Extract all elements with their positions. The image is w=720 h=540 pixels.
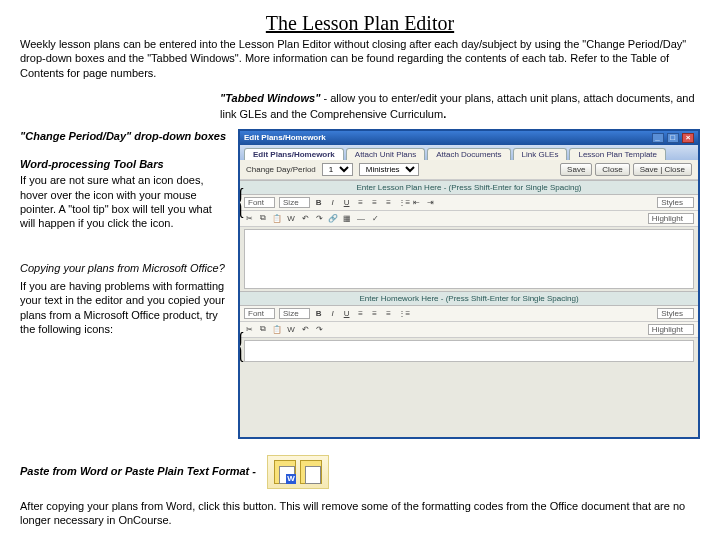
paste-icons-box (267, 455, 329, 489)
window-title: Edit Plans/Homework (244, 133, 326, 142)
wp-toolbars-text: If you are not sure what an icon does, h… (20, 173, 230, 230)
bold-icon-2[interactable]: B (314, 309, 324, 318)
maximize-button[interactable]: □ (667, 133, 679, 143)
highlight-select-2[interactable]: Highlight (648, 324, 694, 335)
redo-icon[interactable]: ↷ (314, 214, 324, 223)
paste-after-text: After copying your plans from Word, clic… (20, 499, 700, 528)
indent-icon[interactable]: ⇥ (426, 198, 436, 207)
font-select[interactable]: Font (244, 197, 275, 208)
copying-question: Copying your plans from Microsoft Office… (20, 261, 230, 275)
paste-icon-2[interactable]: 📋 (272, 325, 282, 334)
period-select[interactable]: Ministries (359, 163, 419, 176)
change-period-label: "Change Period/Day" drop-down boxes (20, 129, 230, 143)
lesson-plan-panel-title: Enter Lesson Plan Here - (Press Shift-En… (240, 180, 698, 195)
tabbed-windows-note: "Tabbed Windows" - allow you to enter/ed… (220, 90, 700, 123)
size-select-2[interactable]: Size (279, 308, 310, 319)
page-title: The Lesson Plan Editor (20, 12, 700, 35)
close-button[interactable]: × (682, 133, 694, 143)
styles-select[interactable]: Styles (657, 197, 694, 208)
align-center-icon[interactable]: ≡ (370, 198, 380, 207)
paste-icon[interactable]: 📋 (272, 214, 282, 223)
tab-documents[interactable]: Attach Documents (427, 148, 510, 160)
styles-select-2[interactable]: Styles (657, 308, 694, 319)
italic-icon[interactable]: I (328, 198, 338, 207)
link-icon[interactable]: 🔗 (328, 214, 338, 223)
align-left-icon-2[interactable]: ≡ (356, 309, 366, 318)
tab-unit-plans[interactable]: Attach Unit Plans (346, 148, 425, 160)
tab-edit-plans[interactable]: Edit Plans/Homework (244, 148, 344, 160)
tab-gles[interactable]: Link GLEs (513, 148, 568, 160)
underline-icon[interactable]: U (342, 198, 352, 207)
highlight-select[interactable]: Highlight (648, 213, 694, 224)
align-right-icon-2[interactable]: ≡ (384, 309, 394, 318)
close-btn[interactable]: Close (595, 163, 629, 176)
paste-plain-text-icon[interactable] (300, 460, 322, 484)
table-icon[interactable]: ▦ (342, 214, 352, 223)
tabs-row: Edit Plans/Homework Attach Unit Plans At… (240, 145, 698, 160)
redo-icon-2[interactable]: ↷ (314, 325, 324, 334)
outdent-icon[interactable]: ⇤ (412, 198, 422, 207)
font-select-2[interactable]: Font (244, 308, 275, 319)
paste-from-word-icon[interactable] (274, 460, 296, 484)
align-left-icon[interactable]: ≡ (356, 198, 366, 207)
toolbar-2-row1: Font Size B I U ≡ ≡ ≡ ⋮≡ Styles (240, 306, 698, 322)
hr-icon[interactable]: — (356, 214, 366, 223)
list-icon-2[interactable]: ⋮≡ (398, 309, 408, 318)
save-button[interactable]: Save (560, 163, 592, 176)
brace-icon-2: { (238, 331, 245, 359)
bold-icon[interactable]: B (314, 198, 324, 207)
save-close-button[interactable]: Save | Close (633, 163, 692, 176)
brace-icon: { (238, 187, 245, 215)
control-bar: Change Day/Period 1 Ministries Save Clos… (240, 160, 698, 180)
undo-icon-2[interactable]: ↶ (300, 325, 310, 334)
toolbar-2-row2: ✂ ⧉ 📋 W ↶ ↷ Highlight (240, 322, 698, 338)
homework-panel-title: Enter Homework Here - (Press Shift-Enter… (240, 291, 698, 306)
tab-template[interactable]: Lesson Plan Template (569, 148, 666, 160)
annotations-column: "Change Period/Day" drop-down boxes Word… (20, 129, 230, 439)
copy-icon[interactable]: ⧉ (258, 213, 268, 223)
paste-label: Paste from Word or Paste Plain Text Form… (20, 465, 256, 477)
day-select[interactable]: 1 (322, 163, 353, 176)
copy-icon-2[interactable]: ⧉ (258, 324, 268, 334)
tabbed-label: "Tabbed Windows" (220, 92, 320, 104)
spell-icon[interactable]: ✓ (370, 214, 380, 223)
change-day-period-label: Change Day/Period (246, 165, 316, 174)
lesson-plan-editor[interactable] (244, 229, 694, 289)
paste-word-icon[interactable]: W (286, 214, 296, 223)
minimize-button[interactable]: _ (652, 133, 664, 143)
copying-text: If you are having problems with formatti… (20, 279, 230, 336)
toolbar-1-row1: Font Size B I U ≡ ≡ ≡ ⋮≡ ⇤ ⇥ Styles (240, 195, 698, 211)
align-right-icon[interactable]: ≡ (384, 198, 394, 207)
cut-icon-2[interactable]: ✂ (244, 325, 254, 334)
cut-icon[interactable]: ✂ (244, 214, 254, 223)
paste-word-icon-2[interactable]: W (286, 325, 296, 334)
window-titlebar: Edit Plans/Homework _ □ × (240, 131, 698, 145)
align-center-icon-2[interactable]: ≡ (370, 309, 380, 318)
wp-toolbars-label: Word-processing Tool Bars (20, 157, 230, 171)
app-screenshot: Edit Plans/Homework _ □ × Edit Plans/Hom… (238, 129, 700, 439)
italic-icon-2[interactable]: I (328, 309, 338, 318)
size-select[interactable]: Size (279, 197, 310, 208)
intro-text: Weekly lesson plans can be entered into … (20, 37, 700, 80)
toolbar-1-row2: ✂ ⧉ 📋 W ↶ ↷ 🔗 ▦ — ✓ Highlight (240, 211, 698, 227)
undo-icon[interactable]: ↶ (300, 214, 310, 223)
list-icon[interactable]: ⋮≡ (398, 198, 408, 207)
homework-editor[interactable] (244, 340, 694, 362)
underline-icon-2[interactable]: U (342, 309, 352, 318)
